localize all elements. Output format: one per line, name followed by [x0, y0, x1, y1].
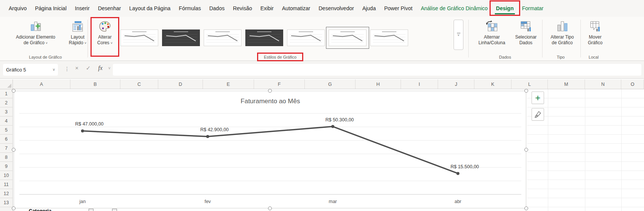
column-header-k[interactable]: K	[474, 79, 511, 89]
menu-tab-layout-da-p-gina[interactable]: Layout da Página	[125, 3, 175, 14]
column-header-h[interactable]: H	[356, 79, 401, 89]
menu-tab-desenvolvedor[interactable]: Desenvolvedor	[314, 3, 358, 14]
change-chart-type-button[interactable]: Alterar Tipo de Gráfico	[545, 19, 579, 46]
enter-icon[interactable]: ✓	[83, 65, 93, 71]
chart-styles-gallery	[120, 26, 408, 50]
resize-handle[interactable]	[268, 89, 272, 93]
chart-style-thumbnail-style-2[interactable]	[162, 29, 200, 46]
chevron-down-icon: ˅	[46, 41, 48, 45]
column-header-o[interactable]: O	[621, 79, 644, 89]
row-header-10[interactable]: 10	[0, 171, 12, 180]
row-header-8[interactable]: 8	[0, 153, 12, 162]
select-data-button[interactable]: Selecionar Dados	[511, 19, 541, 46]
name-box[interactable]: Gráfico 5 ˅	[3, 64, 58, 76]
change-colors-button[interactable]: Alterar Cores˅	[93, 19, 117, 46]
resize-handle[interactable]	[268, 206, 272, 210]
menu-tab-formatar[interactable]: Formatar	[518, 3, 548, 14]
separator-dots-icon: ⋮	[64, 66, 70, 72]
chart-elements-button[interactable]: +	[532, 92, 544, 104]
row-header-12[interactable]: 12	[0, 189, 12, 198]
move-chart-button[interactable]: Mover Gráfico	[583, 19, 607, 46]
gallery-more-button[interactable]: ˅	[454, 20, 463, 50]
menu-tab-dados[interactable]: Dados	[205, 3, 229, 14]
svg-text:R$ 42.900,00: R$ 42.900,00	[200, 127, 229, 132]
chart-style-thumbnail-style-6[interactable]	[329, 29, 366, 46]
row-header-7[interactable]: 7	[0, 144, 12, 153]
chart-style-thumbnail-style-3[interactable]	[204, 29, 242, 46]
insert-function-icon[interactable]: fx	[95, 65, 105, 71]
select-data-label-1: Selecionar	[515, 34, 537, 40]
ribbon: Adicionar Elemento de Gráfico˅ Layout Rá…	[0, 17, 644, 61]
chart-styles-button[interactable]	[532, 108, 544, 121]
column-header-a[interactable]: A	[13, 79, 70, 89]
chart-style-thumbnail-style-7[interactable]	[370, 29, 408, 46]
row-header-11[interactable]: 11	[0, 180, 12, 189]
column-header-j[interactable]: J	[438, 79, 474, 89]
resize-handle[interactable]	[12, 206, 16, 210]
menu-tab-desenhar[interactable]: Desenhar	[94, 3, 125, 14]
select-data-label-2: Dados	[519, 40, 533, 45]
resize-handle[interactable]	[524, 148, 528, 152]
filter-icon[interactable]	[89, 209, 94, 211]
column-header-c[interactable]: C	[120, 79, 158, 89]
gridline	[548, 89, 548, 211]
change-chart-type-icon	[556, 19, 569, 34]
menu-tab-revis-o[interactable]: Revisão	[229, 3, 256, 14]
menu-tab-inserir[interactable]: Inserir	[71, 3, 94, 14]
column-header-n[interactable]: N	[585, 79, 621, 89]
row-header-3[interactable]: 3	[0, 107, 12, 116]
chart-faturamento[interactable]: Faturamento ao MêsR$ 47.000,00janR$ 42.9…	[14, 91, 526, 208]
menu-tab-ajuda[interactable]: Ajuda	[358, 3, 380, 14]
formula-input[interactable]	[113, 64, 641, 76]
chevron-down-icon: ˅	[53, 68, 55, 72]
quick-layout-button[interactable]: Layout Rápido˅	[65, 19, 90, 46]
chart-style-thumbnail-style-4[interactable]	[245, 29, 283, 46]
row-header-1[interactable]: 1	[0, 89, 12, 98]
formula-bar: Gráfico 5 ˅ ⋮ × ✓ fx ˅	[0, 61, 644, 79]
add-chart-element-label-2: de Gráfico	[23, 40, 44, 45]
resize-handle[interactable]	[12, 89, 16, 93]
filter-icon[interactable]	[112, 209, 117, 211]
chart-style-thumbnail-style-1[interactable]	[120, 29, 158, 46]
switch-row-column-button[interactable]: Alternar Linha/Coluna	[473, 19, 510, 46]
column-header-b[interactable]: B	[70, 79, 120, 89]
move-chart-icon	[588, 19, 602, 34]
chevron-down-icon: ˅	[84, 41, 86, 45]
menu-tab-arquivo[interactable]: Arquivo	[5, 3, 31, 14]
group-label-styles: Estilos de Gráfico	[264, 55, 296, 59]
row-header-4[interactable]: 4	[0, 116, 12, 126]
column-header-m[interactable]: M	[548, 79, 585, 89]
menu-tab-p-gina-inicial[interactable]: Página Inicial	[31, 3, 70, 14]
column-header-f[interactable]: F	[254, 79, 305, 89]
menu-tab-f-rmulas[interactable]: Fórmulas	[175, 3, 205, 14]
change-colors-label-2: Cores	[97, 40, 109, 45]
row-header-9[interactable]: 9	[0, 162, 12, 171]
row-header-5[interactable]: 5	[0, 126, 12, 135]
row-header-13[interactable]: 13	[0, 198, 12, 207]
chevron-down-icon: ˅	[111, 41, 112, 45]
column-header-i[interactable]: I	[401, 79, 438, 89]
row-headers: 12345678910111213	[0, 89, 13, 211]
column-header-e[interactable]: E	[203, 79, 254, 89]
menu-tab-exibir[interactable]: Exibir	[256, 3, 278, 14]
add-chart-element-button[interactable]: Adicionar Elemento de Gráfico˅	[7, 19, 64, 46]
column-header-d[interactable]: D	[158, 79, 203, 89]
resize-handle[interactable]	[524, 206, 528, 210]
chart-style-thumbnail-style-5[interactable]	[287, 29, 325, 46]
menu-tab-an-lise-de-gr-fico-din-mico[interactable]: Análise de Gráfico Dinâmico	[416, 3, 492, 14]
menu-tab-design[interactable]: Design	[492, 3, 518, 14]
resize-handle[interactable]	[12, 148, 16, 152]
switch-row-column-icon	[485, 19, 499, 34]
column-header-l[interactable]: L	[511, 79, 548, 89]
cancel-icon[interactable]: ×	[72, 65, 82, 71]
change-chart-type-label-2: de Gráfico	[552, 40, 572, 45]
select-all-button[interactable]	[0, 79, 13, 89]
column-header-g[interactable]: G	[305, 79, 356, 89]
row-header-2[interactable]: 2	[0, 98, 12, 107]
menu-tab-automatizar[interactable]: Automatizar	[278, 3, 315, 14]
switch-row-column-label-1: Alternar	[484, 34, 500, 40]
move-chart-label-1: Mover	[589, 34, 601, 40]
resize-handle[interactable]	[524, 89, 528, 93]
menu-tab-power-pivot[interactable]: Power Pivot	[380, 3, 417, 14]
row-header-6[interactable]: 6	[0, 135, 12, 144]
